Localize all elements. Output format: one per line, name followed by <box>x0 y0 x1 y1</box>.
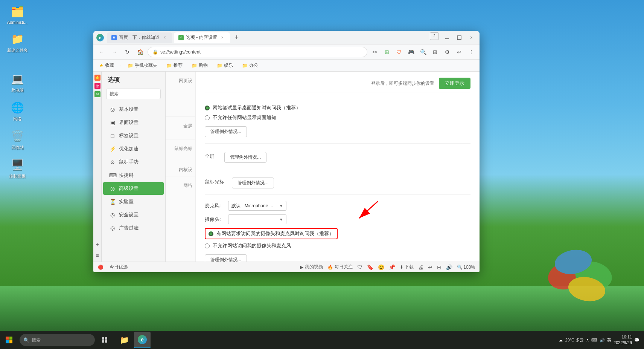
download-btn[interactable]: ⬇ 下载 <box>400 264 414 270</box>
language-indicator[interactable]: 英 <box>607 337 611 343</box>
taskbar-browser[interactable]: e <box>134 332 151 348</box>
maximize-button[interactable] <box>454 32 464 43</box>
sidebar-item-security[interactable]: ◎ 安全设置 <box>103 208 164 221</box>
bookmark-mobile[interactable]: 📁 手机收藏夹 <box>125 61 160 69</box>
camera-select[interactable]: ▼ <box>228 214 286 224</box>
zoom-control[interactable]: 🔍 100% <box>457 265 475 270</box>
media-option-1-highlighted[interactable]: 有网站要求访问我的摄像头和麦克风时询问我（推荐） <box>205 228 338 239</box>
cut-icon[interactable]: ✂ <box>370 47 380 57</box>
taskbar-weather: ☁ <box>559 338 563 343</box>
desktop-icon-recycle[interactable]: 🗑️ 回收站 <box>4 129 31 150</box>
forward-button[interactable]: → <box>109 47 120 57</box>
task-view-button[interactable] <box>96 331 113 349</box>
shortcuts-label: 快捷键 <box>119 172 134 179</box>
split-screen-icon[interactable]: ⊟ <box>437 264 442 270</box>
volume-icon[interactable]: 🔊 <box>600 338 605 343</box>
notification-radio-2[interactable] <box>205 115 210 120</box>
bookmark-entertainment[interactable]: 📁 娱乐 <box>214 61 236 69</box>
microphone-select[interactable]: 默认 - Microphone ... ▼ <box>228 201 286 211</box>
refresh-button[interactable]: ↻ <box>122 47 132 57</box>
bookmark-shopping[interactable]: 📁 购物 <box>189 61 211 69</box>
sidebar-item-basic[interactable]: ◎ 基本设置 <box>103 103 164 116</box>
sidebar-item-tabs[interactable]: ◻ 标签设置 <box>103 129 164 142</box>
grid-icon[interactable]: ⊞ <box>430 47 440 57</box>
minimize-button[interactable] <box>442 32 452 43</box>
emoji-status-icon[interactable]: 😊 <box>378 264 384 270</box>
desktop-icon-admin[interactable]: 🗂️ Administr... <box>4 4 31 24</box>
start-button[interactable] <box>0 331 18 349</box>
sidebar-menu-button[interactable]: ≡ <box>94 251 100 260</box>
print-status-icon[interactable]: 🖨 <box>418 264 423 270</box>
close-button[interactable]: × <box>466 32 477 43</box>
taskbar-explorer[interactable]: 📁 <box>116 332 132 348</box>
media-radio-2[interactable] <box>205 243 210 248</box>
my-videos-btn[interactable]: ▶ 我的视频 <box>300 264 323 270</box>
nav-label-media: 内核设 <box>166 162 195 176</box>
tab-settings[interactable]: ✓ 选项 - 内容设置 × <box>174 32 230 43</box>
media-manage-button[interactable]: 管理例外情况... <box>205 254 247 262</box>
desktop-icon-new-folder[interactable]: 📁 新建文件夹 <box>4 31 31 53</box>
notification-center-icon[interactable]: 💬 <box>634 338 639 343</box>
sidebar-item-advanced[interactable]: ◎ 高级设置 <box>103 182 164 195</box>
promo-icon[interactable]: ⭐ <box>94 75 100 81</box>
game-icon[interactable]: 🎮 <box>406 47 416 57</box>
login-button[interactable]: 立即登录 <box>439 78 470 89</box>
taskbar-arrow-up[interactable]: ∧ <box>586 338 589 343</box>
notification-manage-button[interactable]: 管理例外情况... <box>205 126 247 137</box>
desktop-icon-network[interactable]: 🌐 网络 <box>4 100 31 122</box>
sidebar-item-interface[interactable]: ▣ 界面设置 <box>103 116 164 129</box>
fullscreen-manage-button[interactable]: 管理例外情况... <box>224 152 266 163</box>
media-option-2[interactable]: 不允许网站访问我的摄像头和麦克风 <box>205 242 470 249</box>
lab-icon: ⏳ <box>109 199 116 205</box>
mouse-cursor-manage-button[interactable]: 管理例外情况... <box>232 178 274 188</box>
nav-label-webpage: 网页设 <box>166 72 195 117</box>
settings-search-input[interactable] <box>110 91 157 96</box>
bookmark-office[interactable]: 📁 办公 <box>239 61 261 69</box>
browser-taskbar-icon: e <box>138 335 147 344</box>
new-tab-button[interactable]: + <box>231 32 242 43</box>
new-folder-label: 新建文件夹 <box>7 47 28 53</box>
address-input-container[interactable]: 🔒 se://settings/content <box>148 47 367 57</box>
home-button[interactable]: 🏠 <box>135 47 145 57</box>
extensions-icon[interactable]: ⊞ <box>382 47 392 57</box>
sidebar-add-button[interactable]: + <box>94 240 100 249</box>
mail-icon[interactable]: ✉ <box>94 91 100 97</box>
shield-icon[interactable]: 🛡 <box>394 47 404 57</box>
desktop-icon-control-panel[interactable]: 🖥️ 控制面板 <box>4 157 31 179</box>
sidebar-item-optimize[interactable]: ⚡ 优化加速 <box>103 142 164 155</box>
settings-search-container[interactable] <box>106 89 161 99</box>
sidebar-item-mouse[interactable]: ⊙ 鼠标手势 <box>103 156 164 168</box>
notification-option-1[interactable]: 网站尝试显示桌面通知时询问我（推荐） <box>205 104 470 111</box>
settings-icon[interactable]: ⚙ <box>442 47 452 57</box>
bookmark-favorites[interactable]: ★ 收藏 <box>96 61 117 69</box>
my-videos-label: 我的视频 <box>305 264 323 270</box>
volume-status-icon[interactable]: 🔊 <box>446 264 452 270</box>
tab-settings-close[interactable]: × <box>219 35 225 41</box>
bookmark-status-icon[interactable]: 🔖 <box>367 264 373 270</box>
taskbar-clock[interactable]: 16:11 2022/9/29 <box>614 334 632 346</box>
tab-baidu[interactable]: B 百度一下，你就知道 × <box>107 32 172 43</box>
notification-radio-1[interactable] <box>205 106 210 110</box>
weibo-icon[interactable]: 微 <box>94 83 100 89</box>
bookmark-recommend[interactable]: 📁 推荐 <box>163 61 186 69</box>
pin-status-icon[interactable]: 📌 <box>389 264 395 270</box>
tab-counter[interactable]: 2 <box>430 32 439 40</box>
taskbar-search[interactable]: 🔍 搜索 <box>20 334 95 346</box>
sidebar-item-adblock[interactable]: ◎ 广告过滤 <box>103 222 164 234</box>
menu-icon[interactable]: ⋮ <box>466 47 477 57</box>
daily-focus-btn[interactable]: 🔥 每日关注 <box>327 264 353 270</box>
desktop-icon-my-computer[interactable]: 💻 此电脑 <box>4 71 31 93</box>
shield-status-icon[interactable]: 🛡 <box>357 264 362 270</box>
sidebar-item-shortcuts[interactable]: ⌨ 快捷键 <box>103 169 164 182</box>
history-icon[interactable]: ↩ <box>454 47 464 57</box>
search-toolbar-icon[interactable]: 🔍 <box>418 47 428 57</box>
media-radio-1[interactable] <box>209 231 213 236</box>
notification-text-1: 网站尝试显示桌面通知时询问我（推荐） <box>213 104 301 111</box>
camera-label: 摄像头: <box>205 216 224 223</box>
back-button[interactable]: ← <box>96 47 107 57</box>
notification-option-2[interactable]: 不允许任何网站显示桌面通知 <box>205 114 470 121</box>
sync-status-icon[interactable]: ↩ <box>428 264 432 270</box>
keyboard-icon[interactable]: ⌨ <box>591 338 597 343</box>
tab-baidu-close[interactable]: × <box>162 35 168 41</box>
sidebar-item-lab[interactable]: ⏳ 实验室 <box>103 195 164 208</box>
